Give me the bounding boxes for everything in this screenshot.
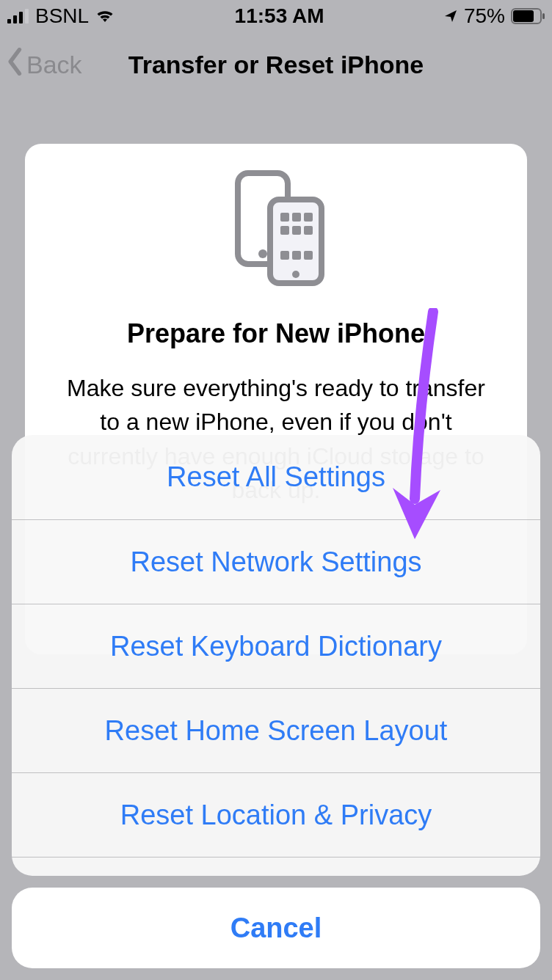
- card-heading: Prepare for New iPhone: [59, 318, 493, 349]
- svg-rect-2: [19, 12, 23, 23]
- svg-rect-14: [280, 226, 289, 235]
- reset-network-settings-button[interactable]: Reset Network Settings: [12, 519, 540, 604]
- reset-location-privacy-button[interactable]: Reset Location & Privacy: [12, 772, 540, 857]
- location-services-icon: [443, 9, 458, 23]
- status-time: 11:53 AM: [235, 4, 324, 28]
- chevron-left-icon: [7, 48, 23, 81]
- back-label: Back: [26, 51, 82, 79]
- battery-percentage: 75%: [464, 4, 505, 28]
- back-button[interactable]: Back: [7, 32, 82, 97]
- cancel-button[interactable]: Cancel: [12, 888, 540, 968]
- svg-rect-15: [292, 226, 301, 235]
- svg-rect-16: [304, 226, 313, 235]
- svg-rect-19: [304, 251, 313, 260]
- svg-rect-12: [292, 213, 301, 222]
- reset-keyboard-dictionary-button[interactable]: Reset Keyboard Dictionary: [12, 604, 540, 688]
- cellular-signal-icon: [7, 9, 29, 23]
- svg-rect-3: [25, 9, 29, 23]
- reset-action-sheet: Reset All Settings Reset Network Setting…: [12, 435, 540, 968]
- erase-all-content-button-clipped[interactable]: Erase All Content and Settings: [12, 857, 540, 876]
- status-bar: BSNL 11:53 AM 75%: [0, 0, 552, 32]
- svg-rect-1: [13, 15, 17, 23]
- transfer-devices-icon: [59, 169, 493, 286]
- page-title: Transfer or Reset iPhone: [128, 51, 424, 79]
- svg-rect-6: [542, 13, 545, 19]
- svg-point-8: [258, 249, 267, 258]
- svg-rect-17: [280, 251, 289, 260]
- carrier-label: BSNL: [35, 4, 89, 28]
- wifi-icon: [95, 9, 115, 23]
- svg-rect-5: [513, 10, 534, 22]
- svg-point-10: [292, 271, 299, 278]
- svg-rect-13: [304, 213, 313, 222]
- battery-icon: [511, 8, 545, 24]
- svg-rect-18: [292, 251, 301, 260]
- svg-rect-0: [7, 19, 11, 23]
- svg-rect-9: [270, 200, 322, 283]
- svg-rect-11: [280, 213, 289, 222]
- reset-home-screen-layout-button[interactable]: Reset Home Screen Layout: [12, 688, 540, 772]
- reset-all-settings-button[interactable]: Reset All Settings: [12, 435, 540, 519]
- navigation-bar: Back Transfer or Reset iPhone: [0, 32, 552, 97]
